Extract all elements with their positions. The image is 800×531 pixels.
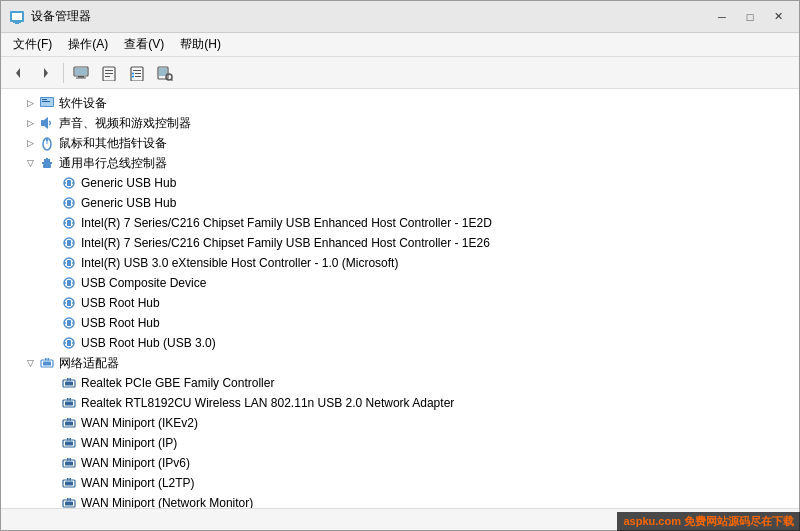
menu-file[interactable]: 文件(F) bbox=[5, 33, 60, 56]
list-item[interactable]: Generic USB Hub bbox=[1, 193, 799, 213]
svg-rect-86 bbox=[65, 422, 73, 426]
list-item[interactable]: Intel(R) 7 Series/C216 Chipset Family US… bbox=[1, 233, 799, 253]
nic-icon bbox=[61, 455, 77, 471]
svg-point-18 bbox=[132, 75, 134, 77]
svg-point-16 bbox=[132, 72, 134, 74]
properties-button[interactable] bbox=[96, 61, 122, 85]
mouse-icon bbox=[39, 135, 55, 151]
usb-generic-hub-2-label: Generic USB Hub bbox=[81, 196, 176, 210]
svg-rect-82 bbox=[65, 402, 73, 406]
software-label: 软件设备 bbox=[59, 95, 107, 112]
usb-generic-hub-1-label: Generic USB Hub bbox=[81, 176, 176, 190]
svg-point-22 bbox=[166, 74, 172, 80]
list-item[interactable]: ▷ 鼠标和其他指针设备 bbox=[1, 133, 799, 153]
update-button[interactable] bbox=[124, 61, 150, 85]
wan-ip-label: WAN Miniport (IP) bbox=[81, 436, 177, 450]
expand-toggle[interactable]: ▷ bbox=[23, 116, 37, 130]
list-item[interactable]: USB Root Hub bbox=[1, 293, 799, 313]
list-item[interactable]: WAN Miniport (IP) bbox=[1, 433, 799, 453]
list-item[interactable]: WAN Miniport (L2TP) bbox=[1, 473, 799, 493]
svg-rect-46 bbox=[67, 220, 71, 226]
svg-rect-98 bbox=[65, 482, 73, 486]
nic-icon bbox=[61, 475, 77, 491]
usb-device-icon bbox=[61, 175, 77, 191]
menu-action[interactable]: 操作(A) bbox=[60, 33, 116, 56]
usb-device-icon bbox=[61, 195, 77, 211]
wan-netmon-label: WAN Miniport (Network Monitor) bbox=[81, 496, 253, 508]
list-item[interactable]: Generic USB Hub bbox=[1, 173, 799, 193]
svg-rect-11 bbox=[105, 70, 113, 71]
svg-rect-3 bbox=[15, 23, 19, 24]
svg-rect-103 bbox=[67, 498, 69, 501]
list-item[interactable]: WAN Miniport (IKEv2) bbox=[1, 413, 799, 433]
expand-toggle[interactable]: ▷ bbox=[23, 96, 37, 110]
wan-ikev2-label: WAN Miniport (IKEv2) bbox=[81, 416, 198, 430]
toolbar-separator-1 bbox=[63, 63, 64, 83]
window-title: 设备管理器 bbox=[31, 8, 709, 25]
svg-rect-38 bbox=[67, 180, 71, 186]
svg-marker-4 bbox=[16, 68, 20, 78]
leaf-spacer bbox=[45, 436, 59, 450]
usb-device-icon bbox=[61, 235, 77, 251]
list-item[interactable]: ▷ 软件设备 bbox=[1, 93, 799, 113]
svg-rect-7 bbox=[75, 68, 87, 75]
list-item[interactable]: ▽ 网络适配器 bbox=[1, 353, 799, 373]
network-adapter-label: 网络适配器 bbox=[59, 355, 119, 372]
svg-rect-80 bbox=[70, 378, 72, 381]
leaf-spacer bbox=[45, 196, 59, 210]
svg-rect-26 bbox=[42, 99, 47, 100]
nic-icon bbox=[61, 395, 77, 411]
leaf-spacer bbox=[45, 236, 59, 250]
network-adapter-icon bbox=[39, 355, 55, 371]
menu-help[interactable]: 帮助(H) bbox=[172, 33, 229, 56]
svg-rect-66 bbox=[67, 320, 71, 326]
computer-button[interactable] bbox=[68, 61, 94, 85]
leaf-spacer bbox=[45, 476, 59, 490]
intel-usb-2-label: Intel(R) 7 Series/C216 Chipset Family US… bbox=[81, 236, 490, 250]
close-button[interactable]: ✕ bbox=[765, 7, 791, 27]
device-manager-window: 设备管理器 ─ □ ✕ 文件(F) 操作(A) 查看(V) 帮助(H) bbox=[0, 0, 800, 531]
svg-rect-33 bbox=[44, 159, 46, 162]
list-item[interactable]: Realtek PCIe GBE Family Controller bbox=[1, 373, 799, 393]
content-area: ▷ 软件设备 ▷ bbox=[1, 89, 799, 508]
svg-rect-17 bbox=[135, 73, 141, 74]
usb-composite-label: USB Composite Device bbox=[81, 276, 206, 290]
leaf-spacer bbox=[45, 176, 59, 190]
expand-toggle[interactable]: ▷ bbox=[23, 136, 37, 150]
leaf-spacer bbox=[45, 256, 59, 270]
window-icon bbox=[9, 9, 25, 25]
title-bar: 设备管理器 ─ □ ✕ bbox=[1, 1, 799, 33]
list-item[interactable]: WAN Miniport (IPv6) bbox=[1, 453, 799, 473]
back-button[interactable] bbox=[5, 61, 31, 85]
list-item[interactable]: ▷ 声音、视频和游戏控制器 bbox=[1, 113, 799, 133]
list-item[interactable]: ▽ 通用串行总线控制器 bbox=[1, 153, 799, 173]
list-item[interactable]: Intel(R) 7 Series/C216 Chipset Family US… bbox=[1, 213, 799, 233]
usb-controller-label: 通用串行总线控制器 bbox=[59, 155, 167, 172]
usb-controller-icon bbox=[39, 155, 55, 171]
svg-line-23 bbox=[171, 79, 172, 80]
watermark: aspku.com 免费网站源码尽在下载 bbox=[617, 512, 800, 531]
maximize-button[interactable]: □ bbox=[737, 7, 763, 27]
usb-device-icon bbox=[61, 255, 77, 271]
svg-rect-58 bbox=[67, 280, 71, 286]
list-item[interactable]: WAN Miniport (Network Monitor) bbox=[1, 493, 799, 508]
list-item[interactable]: USB Root Hub (USB 3.0) bbox=[1, 333, 799, 353]
forward-button[interactable] bbox=[33, 61, 59, 85]
expand-toggle[interactable]: ▽ bbox=[23, 156, 37, 170]
expand-toggle[interactable]: ▽ bbox=[23, 356, 37, 370]
minimize-button[interactable]: ─ bbox=[709, 7, 735, 27]
nic-icon bbox=[61, 495, 77, 508]
device-tree[interactable]: ▷ 软件设备 ▷ bbox=[1, 89, 799, 508]
realtek-pcie-label: Realtek PCIe GBE Family Controller bbox=[81, 376, 274, 390]
usb-device-icon bbox=[61, 315, 77, 331]
menu-view[interactable]: 查看(V) bbox=[116, 33, 172, 56]
list-item[interactable]: Realtek RTL8192CU Wireless LAN 802.11n U… bbox=[1, 393, 799, 413]
list-item[interactable]: USB Composite Device bbox=[1, 273, 799, 293]
list-item[interactable]: Intel(R) USB 3.0 eXtensible Host Control… bbox=[1, 253, 799, 273]
svg-rect-83 bbox=[67, 398, 69, 401]
svg-rect-12 bbox=[105, 73, 113, 74]
list-item[interactable]: USB Root Hub bbox=[1, 313, 799, 333]
svg-rect-95 bbox=[67, 458, 69, 461]
scan-button[interactable] bbox=[152, 61, 178, 85]
svg-rect-90 bbox=[65, 442, 73, 446]
